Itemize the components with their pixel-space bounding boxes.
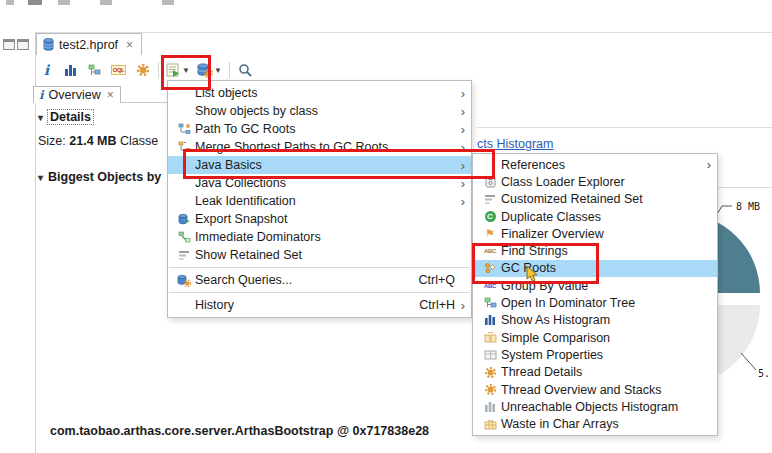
menu-item-export-snapshot[interactable]: Export Snapshot bbox=[168, 210, 471, 228]
open-in-dominator-tree-icon bbox=[479, 297, 501, 309]
thread-overview-icon bbox=[479, 383, 501, 396]
menu-item-list-objects[interactable]: List objects bbox=[168, 84, 471, 102]
close-icon[interactable]: × bbox=[126, 38, 133, 52]
menu-separator bbox=[169, 292, 470, 293]
submenu-arrow-icon bbox=[701, 157, 717, 172]
heap-dump-database-icon bbox=[43, 38, 54, 51]
minimize-view-icon[interactable] bbox=[3, 39, 15, 50]
menu-item-immediate-dominators[interactable]: Immediate Dominators bbox=[168, 228, 471, 246]
submenu-item-show-as-histogram[interactable]: Show As Histogram bbox=[473, 312, 717, 329]
window-toolbar-fragment bbox=[58, 0, 70, 5]
duplicate-classes-icon: C bbox=[479, 211, 501, 222]
menu-item-merge-shortest-paths[interactable]: Merge Shortest Paths to GC Roots bbox=[168, 138, 471, 156]
close-icon[interactable]: × bbox=[107, 88, 114, 102]
submenu-item-references[interactable]: References bbox=[473, 156, 717, 173]
oql-icon[interactable] bbox=[110, 62, 127, 79]
details-section-header[interactable]: Details bbox=[38, 110, 93, 124]
class-loader-explorer-icon bbox=[479, 176, 501, 188]
menu-separator bbox=[169, 267, 470, 268]
query-browser-menu: List objects Show objects by class Path … bbox=[167, 80, 472, 318]
show-retained-set-icon bbox=[173, 250, 195, 260]
menu-item-show-objects-by-class[interactable]: Show objects by class bbox=[168, 102, 471, 120]
search-icon[interactable] bbox=[237, 62, 254, 79]
pie-label-line-bottom bbox=[741, 353, 756, 370]
shortcut-label: Ctrl+H bbox=[419, 298, 455, 312]
path-to-gc-roots-icon bbox=[173, 123, 195, 135]
biggest-objects-section-header[interactable]: Biggest Objects by bbox=[38, 170, 161, 184]
merge-shortest-paths-icon bbox=[173, 141, 195, 153]
java-basics-submenu: References Class Loader Explorer Customi… bbox=[472, 153, 718, 436]
dominator-tree-icon[interactable] bbox=[86, 62, 103, 79]
menu-item-search-queries[interactable]: Search Queries... Ctrl+Q bbox=[168, 271, 471, 289]
submenu-item-simple-comparison[interactable]: Simple Comparison bbox=[473, 329, 717, 346]
submenu-item-open-in-dominator-tree[interactable]: Open In Dominator Tree bbox=[473, 294, 717, 311]
menu-item-leak-identification[interactable]: Leak Identification bbox=[168, 192, 471, 210]
submenu-item-system-properties[interactable]: System Properties bbox=[473, 346, 717, 363]
mouse-cursor-icon bbox=[526, 266, 540, 284]
collapse-triangle-icon[interactable] bbox=[38, 110, 43, 124]
editor-top-border bbox=[35, 32, 772, 33]
window-toolbar-fragment bbox=[6, 0, 14, 5]
find-strings-icon: ABC bbox=[479, 248, 501, 254]
selected-object-label: com.taobao.arthas.core.server.ArthasBoot… bbox=[50, 424, 429, 438]
submenu-arrow-icon bbox=[455, 176, 471, 191]
tab-overview[interactable]: i Overview × bbox=[33, 86, 121, 103]
submenu-item-find-strings[interactable]: ABC Find Strings bbox=[473, 242, 717, 259]
overview-tab-label: Overview bbox=[49, 88, 101, 102]
histogram-icon[interactable] bbox=[62, 62, 79, 79]
show-as-histogram-icon bbox=[479, 314, 501, 326]
submenu-item-unreachable-objects-histogram[interactable]: Unreachable Objects Histogram bbox=[473, 398, 717, 415]
query-browser-icon[interactable]: ▼ bbox=[197, 62, 222, 79]
submenu-arrow-icon bbox=[455, 298, 471, 313]
size-label: Size: bbox=[38, 134, 66, 148]
section-divider bbox=[477, 127, 772, 128]
dropdown-arrow-icon[interactable]: ▼ bbox=[214, 66, 222, 75]
submenu-item-customized-retained-set[interactable]: Customized Retained Set bbox=[473, 191, 717, 208]
toolbar-separator bbox=[229, 62, 230, 78]
menu-item-java-collections[interactable]: Java Collections bbox=[168, 174, 471, 192]
waste-in-char-arrays-icon bbox=[479, 419, 501, 430]
pie-label-top: 8 MB bbox=[736, 201, 760, 212]
details-header-label: Details bbox=[48, 110, 93, 124]
menu-item-java-basics[interactable]: Java Basics bbox=[168, 156, 471, 174]
submenu-item-group-by-value[interactable]: ABC Group By Value bbox=[473, 277, 717, 294]
submenu-arrow-icon bbox=[455, 122, 471, 137]
submenu-item-waste-in-char-arrays[interactable]: Waste in Char Arrays bbox=[473, 415, 717, 432]
thread-details-icon bbox=[479, 366, 501, 379]
submenu-arrow-icon bbox=[455, 158, 471, 173]
dropdown-arrow-icon[interactable]: ▼ bbox=[182, 66, 190, 75]
size-value: 21.4 MB bbox=[69, 134, 116, 148]
info-icon[interactable]: i bbox=[38, 62, 55, 79]
collapse-triangle-icon[interactable] bbox=[38, 170, 43, 184]
submenu-item-duplicate-classes[interactable]: C Duplicate Classes bbox=[473, 208, 717, 225]
editor-tab-test2-hprof[interactable]: test2.hprof × bbox=[36, 33, 142, 55]
pie-label-bottom: 5. bbox=[758, 368, 770, 379]
toolbar-separator bbox=[158, 62, 159, 78]
editor-tab-label: test2.hprof bbox=[59, 38, 118, 52]
unreachable-objects-histogram-icon bbox=[479, 401, 501, 413]
menu-item-show-retained-set[interactable]: Show Retained Set bbox=[168, 246, 471, 264]
maximize-view-icon[interactable] bbox=[17, 39, 29, 50]
submenu-item-thread-overview-and-stacks[interactable]: Thread Overview and Stacks bbox=[473, 381, 717, 398]
submenu-arrow-icon bbox=[455, 86, 471, 101]
mat-window: cts Histogram 8 MB 5. test2.hprof × i bbox=[0, 0, 772, 453]
submenu-item-thread-details[interactable]: Thread Details bbox=[473, 364, 717, 381]
export-snapshot-icon bbox=[173, 213, 195, 226]
objects-histogram-link[interactable]: cts Histogram bbox=[477, 137, 553, 151]
menu-item-path-to-gc-roots[interactable]: Path To GC Roots bbox=[168, 120, 471, 138]
immediate-dominators-icon bbox=[173, 231, 195, 243]
submenu-arrow-icon bbox=[455, 140, 471, 155]
group-by-value-icon: ABC bbox=[479, 283, 501, 289]
classes-label-fragment: Classe bbox=[120, 134, 158, 148]
run-expert-report-icon[interactable]: ▼ bbox=[166, 62, 190, 79]
gc-roots-icon bbox=[479, 262, 501, 274]
submenu-arrow-icon bbox=[455, 194, 471, 209]
info-icon: i bbox=[39, 88, 44, 102]
submenu-item-finalizer-overview[interactable]: ⚑ Finalizer Overview bbox=[473, 225, 717, 242]
window-toolbar-fragment bbox=[100, 0, 112, 5]
system-properties-icon bbox=[479, 350, 501, 360]
submenu-item-gc-roots[interactable]: GC Roots bbox=[473, 260, 717, 277]
submenu-item-class-loader-explorer[interactable]: Class Loader Explorer bbox=[473, 173, 717, 190]
menu-item-history[interactable]: History Ctrl+H bbox=[168, 296, 471, 314]
leak-report-gear-icon[interactable] bbox=[134, 62, 151, 79]
